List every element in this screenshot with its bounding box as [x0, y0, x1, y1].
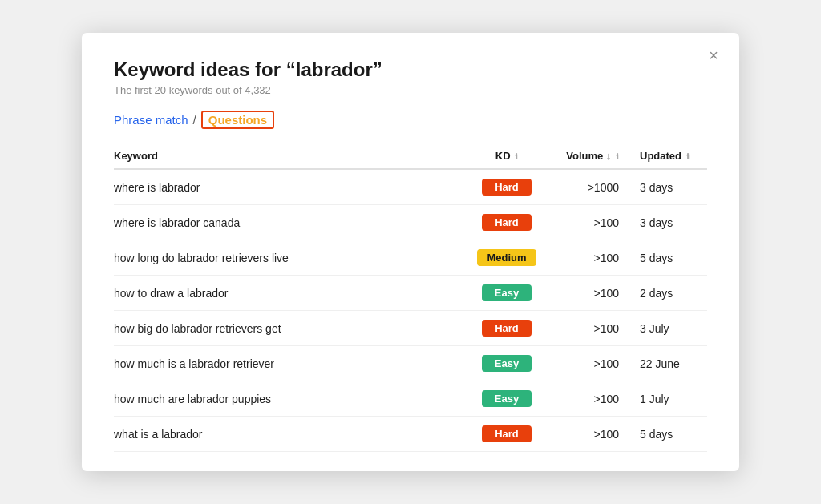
col-header-updated: Updated ℹ	[627, 143, 707, 169]
volume-cell: >100	[555, 381, 627, 417]
kd-cell: Hard	[467, 311, 555, 346]
tab-separator: /	[193, 113, 196, 127]
keyword-cell: how much are labrador puppies	[114, 381, 467, 417]
updated-cell: 3 days	[627, 205, 707, 240]
table-row: what is a labradorHard>1005 days	[114, 417, 707, 452]
kd-badge: Hard	[482, 214, 532, 231]
volume-cell: >100	[555, 240, 627, 276]
keywords-table: Keyword KD ℹ Volume ↓ ℹ Updated ℹ	[114, 143, 707, 452]
kd-badge: Hard	[482, 425, 532, 442]
kd-cell: Medium	[467, 240, 555, 276]
table-row: where is labrador canadaHard>1003 days	[114, 205, 707, 240]
kd-badge: Hard	[482, 179, 532, 196]
table-row: where is labradorHard>10003 days	[114, 169, 707, 205]
updated-cell: 22 June	[627, 346, 707, 381]
keyword-ideas-modal: × Keyword ideas for “labrador” The first…	[82, 33, 739, 471]
kd-cell: Hard	[467, 169, 555, 205]
volume-cell: >100	[555, 276, 627, 311]
close-button[interactable]: ×	[704, 46, 723, 65]
tabs-bar: Phrase match / Questions	[114, 111, 707, 129]
modal-overlay: × Keyword ideas for “labrador” The first…	[0, 0, 821, 504]
kd-badge: Easy	[482, 355, 532, 372]
updated-cell: 2 days	[627, 276, 707, 311]
volume-cell: >100	[555, 311, 627, 346]
kd-cell: Hard	[467, 417, 555, 452]
updated-cell: 3 days	[627, 169, 707, 205]
keyword-cell: where is labrador canada	[114, 205, 467, 240]
modal-title: Keyword ideas for “labrador”	[114, 58, 707, 81]
kd-info-icon: ℹ	[515, 152, 518, 161]
kd-badge: Easy	[482, 284, 532, 301]
volume-cell: >100	[555, 205, 627, 240]
kd-cell: Hard	[467, 205, 555, 240]
keyword-cell: how big do labrador retrievers get	[114, 311, 467, 346]
kd-cell: Easy	[467, 346, 555, 381]
tab-questions[interactable]: Questions	[201, 111, 274, 129]
kd-badge: Easy	[482, 390, 532, 407]
updated-cell: 5 days	[627, 417, 707, 452]
col-header-volume: Volume ↓ ℹ	[555, 143, 627, 169]
kd-cell: Easy	[467, 276, 555, 311]
keyword-cell: how long do labrador retrievers live	[114, 240, 467, 276]
volume-cell: >1000	[555, 169, 627, 205]
updated-cell: 3 July	[627, 311, 707, 346]
kd-cell: Easy	[467, 381, 555, 417]
keyword-cell: how much is a labrador retriever	[114, 346, 467, 381]
table-row: how big do labrador retrievers getHard>1…	[114, 311, 707, 346]
keyword-cell: where is labrador	[114, 169, 467, 205]
volume-info-icon: ℹ	[616, 152, 619, 161]
keyword-cell: what is a labrador	[114, 417, 467, 452]
updated-cell: 1 July	[627, 381, 707, 417]
col-header-kd: KD ℹ	[467, 143, 555, 169]
updated-cell: 5 days	[627, 240, 707, 276]
table-row: how to draw a labradorEasy>1002 days	[114, 276, 707, 311]
volume-cell: >100	[555, 346, 627, 381]
kd-badge: Medium	[477, 249, 536, 266]
keyword-cell: how to draw a labrador	[114, 276, 467, 311]
volume-cell: >100	[555, 417, 627, 452]
updated-info-icon: ℹ	[686, 152, 690, 161]
table-row: how much is a labrador retrieverEasy>100…	[114, 346, 707, 381]
modal-subtitle: The first 20 keywords out of 4,332	[114, 84, 707, 96]
table-row: how much are labrador puppiesEasy>1001 J…	[114, 381, 707, 417]
kd-badge: Hard	[482, 320, 532, 337]
table-row: how long do labrador retrievers liveMedi…	[114, 240, 707, 276]
tab-phrase-match[interactable]: Phrase match	[114, 113, 188, 127]
col-header-keyword: Keyword	[114, 143, 467, 169]
